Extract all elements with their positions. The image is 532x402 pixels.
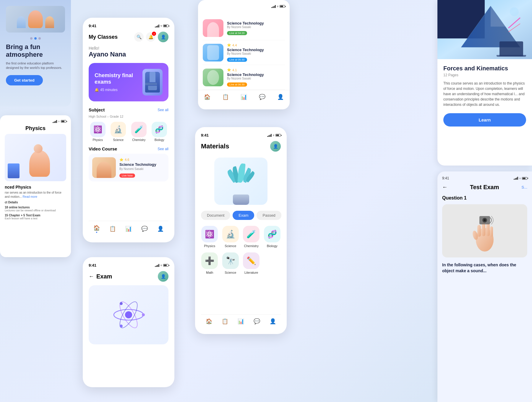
- scitech-info-3: ⭐ 4.1 Science Technology By Nozomi Sasak…: [227, 68, 285, 87]
- signal-icon: [271, 5, 276, 8]
- status-icons: ▿: [155, 264, 168, 267]
- math-name: Math: [201, 271, 218, 274]
- course-rating: ⭐ 4.6: [119, 158, 165, 162]
- user-avatar[interactable]: 👤: [158, 32, 168, 42]
- nav-home[interactable]: 🏠: [204, 94, 210, 100]
- exam-phone: 9:41 ▿ ← Exam 👤: [83, 257, 174, 387]
- dot-2[interactable]: [34, 37, 37, 40]
- scitech-item-1[interactable]: Science Technology By Nozomi Sasaki Live…: [203, 16, 285, 40]
- subject-biology[interactable]: 🧬 Biology: [150, 122, 169, 142]
- plant-3d-image: [214, 158, 267, 205]
- nav-home[interactable]: 🏠: [93, 225, 100, 233]
- list-icon: 📋: [222, 94, 229, 100]
- subject-science[interactable]: 🔬 Science: [222, 226, 239, 248]
- nav-stats[interactable]: 📊: [125, 226, 132, 232]
- dot-1[interactable]: [30, 37, 33, 40]
- nav-classes[interactable]: 📋: [109, 226, 116, 232]
- nav-profile[interactable]: 👤: [277, 94, 284, 100]
- subject-see-all[interactable]: See all: [158, 108, 168, 112]
- subjects-grid: ⚛️ Physics 🔬 Science 🧪 Chemistry 🧬 Biolo…: [89, 122, 168, 142]
- scitech-by-2: By Nozomi Sasaki: [227, 52, 285, 55]
- science-icon: 🔬: [111, 122, 126, 137]
- nav-profile[interactable]: 👤: [157, 226, 164, 232]
- nav-profile[interactable]: 👤: [270, 318, 276, 325]
- nav-stats[interactable]: 📊: [238, 318, 244, 325]
- chat-icon: 💬: [259, 94, 265, 100]
- nav-list[interactable]: 📋: [222, 94, 229, 100]
- hand-svg: [467, 207, 502, 255]
- lectures-sub: Lectures can be viewed offline or downlo…: [5, 209, 66, 212]
- battery-icon: [163, 264, 168, 267]
- course-title: Science Technology: [119, 162, 165, 167]
- learn-button[interactable]: Learn: [443, 113, 526, 127]
- subject-chemistry[interactable]: 🧪 Chemistry: [130, 122, 148, 142]
- course-thumb-2: [203, 44, 223, 61]
- signal-icon: [514, 177, 518, 180]
- nav-chat[interactable]: 💬: [254, 318, 260, 325]
- nav-stats[interactable]: 📊: [241, 94, 247, 100]
- time-display: 9:41: [89, 24, 96, 28]
- scitech-item-3[interactable]: ⭐ 4.1 Science Technology By Nozomi Sasak…: [203, 65, 285, 90]
- forces-pages: 12 Pages: [443, 73, 526, 77]
- subject-physics[interactable]: ⚛️ Physics: [201, 226, 218, 248]
- course-info: ⭐ 4.6 Science Technology By Nozomi Sasak…: [119, 158, 165, 178]
- scitech-info-1: Science Technology By Nozomi Sasaki Live…: [227, 21, 285, 35]
- home-icon: 🏠: [93, 225, 100, 231]
- live-badge-1: Live at 04:20: [227, 31, 247, 35]
- intro-description: the first online education platform desi…: [6, 61, 65, 70]
- status-bar-materials: 9:41 ▿: [201, 133, 281, 137]
- video-course-item[interactable]: ⭐ 4.6 Science Technology By Nozomi Sasak…: [89, 154, 168, 181]
- chapters-count: 15 Chapter + 5 Test Exam: [5, 214, 66, 217]
- science2-icon: 🔭: [222, 252, 239, 269]
- video-see-all[interactable]: See all: [158, 147, 168, 151]
- materials-title: Materials: [201, 142, 229, 150]
- status-bar: ▿: [5, 120, 66, 123]
- wifi-icon: ▿: [273, 134, 274, 137]
- testexam-panel: 9:41 ▿ ← Test Exam S... Question 1: [437, 171, 532, 402]
- scitech-title-2: Science Technology: [227, 48, 285, 52]
- subject-math[interactable]: ➕ Math: [201, 252, 218, 274]
- dot-3[interactable]: [38, 37, 41, 40]
- testexam-skip[interactable]: S...: [521, 185, 527, 189]
- nav-chat[interactable]: 💬: [259, 94, 265, 100]
- list-icon: 📋: [109, 226, 116, 232]
- materials-phone: 9:41 ▿ Materials 👤: [195, 127, 287, 334]
- subject-chemistry[interactable]: 🧪 Chemistry: [243, 226, 260, 248]
- scitech-item-2[interactable]: ⭐ 4.4 Science Technology By Nozomi Sasak…: [203, 40, 285, 65]
- search-button[interactable]: 🔍: [134, 32, 144, 42]
- exam-banner[interactable]: Chemistry final exams 🔔 45 minutes: [89, 63, 168, 101]
- subject-biology[interactable]: 🧬 Biology: [264, 226, 281, 248]
- status-bar: ▿: [203, 5, 285, 8]
- subject-literature[interactable]: ✏️ Literature: [243, 252, 260, 274]
- nav-messages[interactable]: 💬: [141, 226, 148, 232]
- grade-label: High School – Grade 12: [89, 115, 168, 118]
- get-started-button[interactable]: Get started: [6, 75, 43, 85]
- testexam-back-button[interactable]: ←: [442, 184, 447, 190]
- user-avatar[interactable]: 👤: [270, 141, 281, 152]
- subject-science2[interactable]: 🔭 Science: [222, 252, 239, 274]
- active-indicator: [96, 232, 97, 233]
- read-more-link[interactable]: Read more: [23, 195, 37, 198]
- exam-3d-decoration: [89, 285, 168, 344]
- bell-icon: 🔔: [95, 88, 99, 92]
- subject-science[interactable]: 🔬 Science: [109, 122, 128, 142]
- notification-button[interactable]: 🔔 3: [146, 32, 155, 42]
- user-avatar[interactable]: 👤: [158, 271, 168, 282]
- wifi-icon: ▿: [277, 5, 278, 8]
- list-icon: 📋: [222, 318, 228, 325]
- svg-point-12: [142, 313, 145, 316]
- tab-document[interactable]: Document: [201, 211, 230, 220]
- subject-physics[interactable]: ⚛️ Physics: [89, 122, 107, 142]
- tab-passed[interactable]: Passed: [257, 211, 281, 220]
- nav-list[interactable]: 📋: [222, 318, 228, 325]
- intro-title: Bring a fun atmosphere: [6, 43, 65, 59]
- physics-icon: ⚛️: [201, 226, 218, 242]
- chat-icon: 💬: [141, 226, 148, 232]
- nav-home[interactable]: 🏠: [206, 318, 212, 325]
- back-button[interactable]: ←: [89, 273, 94, 280]
- literature-name: Literature: [243, 271, 260, 274]
- tab-exam[interactable]: Exam: [233, 211, 254, 220]
- status-icons: ▿: [514, 176, 527, 180]
- exam-banner-content: Chemistry final exams 🔔 45 minutes: [95, 72, 142, 92]
- bottom-navigation: 🏠 📋 📊 💬 👤: [89, 221, 168, 236]
